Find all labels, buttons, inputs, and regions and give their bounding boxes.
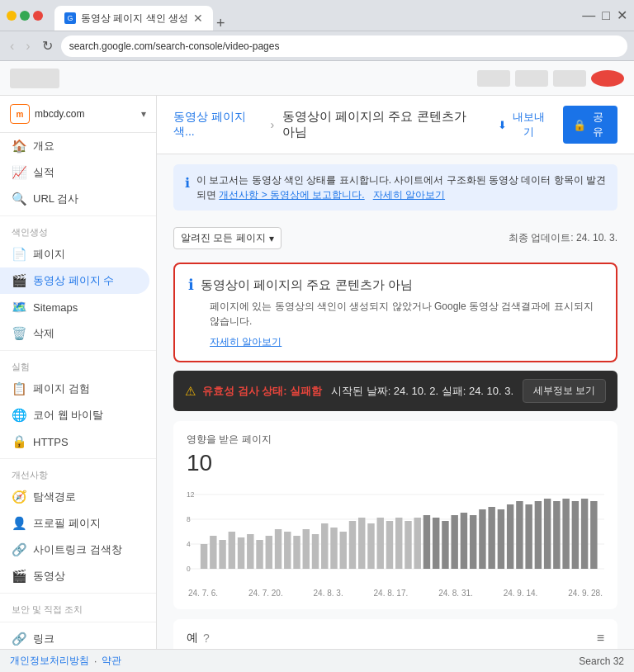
home-icon: 🏠 bbox=[12, 139, 26, 154]
issue-info-icon: ℹ bbox=[188, 276, 194, 294]
svg-rect-23 bbox=[340, 532, 347, 569]
svg-rect-12 bbox=[238, 537, 244, 569]
status-detail-button[interactable]: 세부정보 보기 bbox=[523, 379, 606, 403]
video-icon: 🎬 bbox=[12, 569, 26, 584]
sidebar-item-url-inspection[interactable]: 🔍 URL 검사 bbox=[0, 186, 156, 212]
sitelinks-icon: 🔗 bbox=[12, 542, 26, 557]
learn-more-link[interactable]: 자세히 알아보기 bbox=[373, 189, 445, 201]
sidebar-label-links: 링크 bbox=[33, 632, 54, 646]
lock-icon: 🔒 bbox=[573, 119, 586, 131]
win-minimize-icon[interactable]: — bbox=[582, 8, 595, 23]
x-label-3: 24. 8. 17. bbox=[374, 589, 409, 598]
main-layout: m mbcdy.com ▾ 🏠 개요 📈 실적 🔍 URL 검사 색인생성 📄 … bbox=[0, 96, 634, 672]
svg-rect-35 bbox=[451, 515, 457, 569]
sidebar-item-removals[interactable]: 🗑️ 삭제 bbox=[0, 320, 156, 347]
sidebar-label-cwv: 코어 웹 바이탈 bbox=[33, 408, 103, 423]
svg-text:8: 8 bbox=[187, 515, 191, 523]
back-button[interactable]: ‹ bbox=[7, 37, 17, 55]
win-close-icon[interactable]: ✕ bbox=[617, 7, 627, 23]
sidebar-item-profile[interactable]: 👤 프로필 페이지 bbox=[0, 510, 156, 537]
content-area: 동영상 페이지 색... › 동영상이 페이지의 주요 콘텐츠가 아님 ⬇ 내보… bbox=[157, 96, 634, 672]
svg-rect-18 bbox=[293, 536, 300, 569]
reload-button[interactable]: ↻ bbox=[39, 36, 56, 55]
issue-card: ℹ 동영상이 페이지의 주요 콘텐츠가 아님 페이지에 있는 동영상의 색인이 … bbox=[173, 263, 617, 362]
banner-avatar[interactable] bbox=[591, 70, 624, 87]
sidebar-item-sitelinks[interactable]: 🔗 사이트링크 검색창 bbox=[0, 537, 156, 563]
table-filter-icon[interactable]: ≡ bbox=[597, 631, 604, 646]
sidebar-item-pages[interactable]: 📄 페이지 bbox=[0, 241, 156, 267]
page-filter-dropdown[interactable]: 알려진 모든 페이지 ▾ bbox=[173, 227, 282, 249]
win-maximize-icon[interactable]: □ bbox=[602, 8, 610, 23]
banner-item-3 bbox=[553, 70, 586, 87]
export-button[interactable]: ⬇ 내보내기 bbox=[490, 106, 556, 144]
sidebar-item-sitemaps[interactable]: 🗺️ Sitemaps bbox=[0, 294, 156, 320]
sidebar-label-video: 동영상 bbox=[33, 569, 65, 584]
search-icon: 🔍 bbox=[12, 192, 26, 206]
svg-rect-14 bbox=[256, 540, 263, 569]
svg-rect-44 bbox=[535, 501, 542, 569]
svg-rect-32 bbox=[423, 515, 430, 569]
sidebar-label-removals: 삭제 bbox=[33, 326, 54, 341]
privacy-link[interactable]: 개인정보처리방침 bbox=[10, 654, 89, 668]
svg-text:0: 0 bbox=[187, 565, 191, 573]
minimize-btn[interactable] bbox=[7, 11, 17, 21]
links-icon: 🔗 bbox=[12, 632, 26, 646]
svg-rect-33 bbox=[433, 518, 439, 569]
window-controls[interactable] bbox=[7, 11, 43, 21]
breadcrumb-link[interactable]: 동영상 페이지 색... bbox=[173, 110, 262, 140]
svg-rect-8 bbox=[201, 544, 207, 569]
breadcrumb-separator: › bbox=[270, 118, 274, 131]
svg-rect-36 bbox=[461, 513, 467, 569]
sidebar-item-performance[interactable]: 📈 실적 bbox=[0, 159, 156, 186]
sidebar-item-cwv[interactable]: 🌐 코어 웹 바이탈 bbox=[0, 402, 156, 428]
tab-close-icon[interactable]: ✕ bbox=[193, 12, 203, 25]
close-btn[interactable] bbox=[33, 11, 43, 21]
forward-button[interactable]: › bbox=[22, 37, 33, 55]
share-button[interactable]: 🔒 공유 bbox=[563, 106, 617, 144]
x-label-5: 24. 9. 14. bbox=[504, 589, 538, 598]
divider-1 bbox=[0, 215, 156, 216]
chart-section: 영향을 받은 페이지 10 12 8 4 0 bbox=[173, 421, 617, 609]
active-tab[interactable]: G 동영상 페이지 색인 생성 ✕ bbox=[54, 6, 213, 31]
sidebar-label-performance: 실적 bbox=[33, 165, 54, 180]
sidebar-item-overview[interactable]: 🏠 개요 bbox=[0, 133, 156, 159]
domain-selector[interactable]: m mbcdy.com ▾ bbox=[0, 96, 156, 133]
x-label-4: 24. 8. 31. bbox=[438, 589, 473, 598]
sidebar-label-profile: 프로필 페이지 bbox=[33, 516, 101, 531]
section-security-label: 보안 및 직접 조치 bbox=[0, 597, 156, 618]
terms-link[interactable]: 약관 bbox=[102, 654, 121, 668]
sidebar-item-breadcrumb[interactable]: 🧭 탐색경로 bbox=[0, 484, 156, 510]
new-tab-button[interactable]: + bbox=[216, 16, 225, 31]
sidebar-label-overview: 개요 bbox=[33, 139, 54, 154]
tab-favicon: G bbox=[64, 12, 76, 24]
svg-rect-30 bbox=[405, 521, 411, 569]
sidebar-item-video-pages[interactable]: 🎬 동영상 페이지 수 bbox=[0, 267, 149, 294]
search-label: Search 32 bbox=[579, 655, 624, 667]
breadcrumb-nav-icon: 🧭 bbox=[12, 490, 26, 504]
status-bar: ⚠ 유효성 검사 상태: 실패함 시작된 날짜: 24. 10. 2. 실패: … bbox=[173, 371, 617, 411]
svg-rect-10 bbox=[219, 540, 225, 569]
svg-rect-42 bbox=[516, 501, 523, 569]
address-bar[interactable]: search.google.com/search-console/video-p… bbox=[61, 35, 627, 57]
performance-icon: 📈 bbox=[12, 165, 26, 180]
maximize-btn[interactable] bbox=[20, 11, 30, 21]
svg-rect-49 bbox=[581, 499, 588, 569]
svg-rect-38 bbox=[479, 509, 485, 569]
info-link[interactable]: 개선사항 > 동영상에 보고합니다. bbox=[219, 189, 364, 201]
svg-rect-13 bbox=[247, 534, 253, 569]
svg-rect-24 bbox=[349, 521, 356, 569]
browser-window-buttons[interactable]: — □ ✕ bbox=[582, 7, 627, 23]
issue-learn-link[interactable]: 자세히 알아보기 bbox=[210, 335, 603, 349]
help-icon[interactable]: ? bbox=[203, 632, 210, 645]
section-indexing-label: 색인생성 bbox=[0, 220, 156, 241]
domain-icon: m bbox=[10, 104, 30, 124]
sidebar-item-video[interactable]: 🎬 동영상 bbox=[0, 563, 156, 589]
banner-item-1 bbox=[477, 70, 510, 87]
sidebar-label-page-test: 페이지 검험 bbox=[33, 381, 90, 396]
chart-value: 10 bbox=[187, 450, 604, 476]
info-icon: ℹ bbox=[185, 173, 190, 193]
divider-3 bbox=[0, 458, 156, 459]
sidebar-item-https[interactable]: 🔒 HTTPS bbox=[0, 428, 156, 455]
svg-rect-26 bbox=[367, 523, 374, 569]
sidebar-item-page-test[interactable]: 📋 페이지 검험 bbox=[0, 376, 156, 402]
